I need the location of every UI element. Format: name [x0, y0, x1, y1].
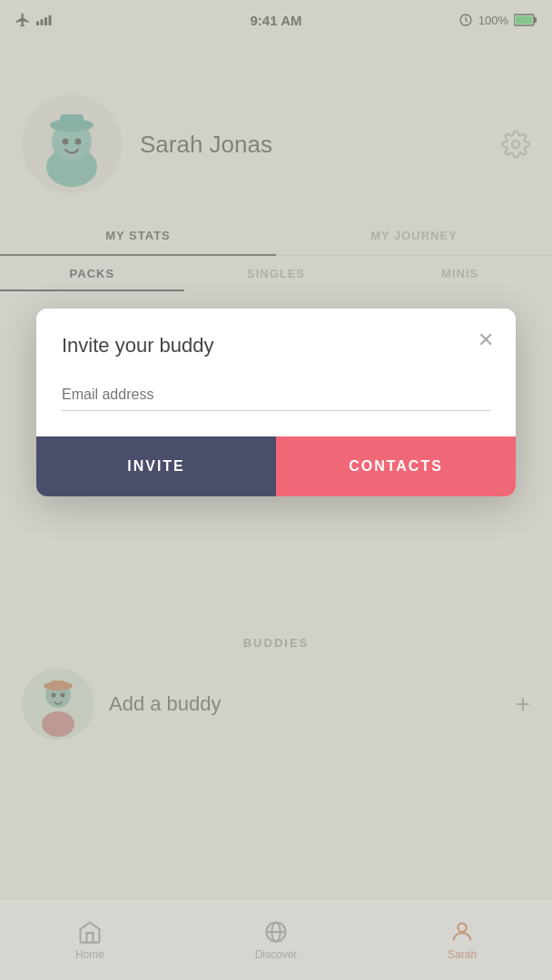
invite-modal: Invite your buddy ✕ INVITE CONTACTS	[36, 309, 516, 496]
modal-title: Invite your buddy	[62, 334, 214, 357]
invite-button[interactable]: INVITE	[36, 436, 276, 496]
email-input[interactable]	[62, 379, 490, 411]
close-icon[interactable]: ✕	[478, 330, 494, 350]
contacts-button[interactable]: CONTACTS	[276, 436, 516, 496]
modal-buttons: INVITE CONTACTS	[36, 436, 516, 496]
modal-input-section	[36, 379, 516, 436]
modal-header: Invite your buddy ✕	[36, 309, 516, 379]
